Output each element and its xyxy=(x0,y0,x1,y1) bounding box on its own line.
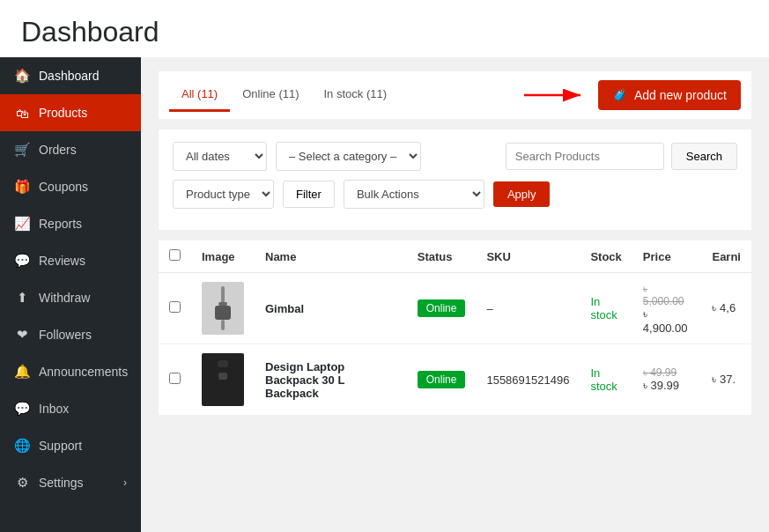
row-checkbox[interactable] xyxy=(169,373,181,384)
search-products-input[interactable] xyxy=(506,143,664,170)
in-stock-label: Instock xyxy=(590,366,617,393)
followers-icon: ❤ xyxy=(14,327,30,343)
product-image-cell xyxy=(191,344,255,416)
row-checkbox-cell xyxy=(159,344,191,416)
inbox-icon: 💬 xyxy=(14,401,30,417)
svg-rect-2 xyxy=(221,286,225,304)
add-product-button[interactable]: 🧳 Add new product xyxy=(598,80,741,110)
dashboard-icon: 🏠 xyxy=(14,68,30,84)
products-icon: 🛍 xyxy=(14,105,30,121)
sidebar-label-support: Support xyxy=(39,439,82,453)
sidebar-label-products: Products xyxy=(39,106,87,120)
announcements-icon: 🔔 xyxy=(14,364,30,380)
earnings-column-header: Earni xyxy=(701,240,751,273)
price-current: ৳ 4,900.00 xyxy=(643,307,691,335)
product-earnings-cell: ৳ 37. xyxy=(701,344,751,416)
row-checkbox-cell xyxy=(159,273,191,344)
svg-rect-3 xyxy=(218,302,227,306)
sidebar-label-coupons: Coupons xyxy=(39,180,88,194)
coupons-icon: 🎁 xyxy=(14,179,30,195)
products-table: Image Name Status SKU Stock Price Earni xyxy=(159,240,751,416)
status-badge: Online xyxy=(418,299,466,317)
arrow-annotation xyxy=(521,85,591,106)
product-status-cell: Online xyxy=(407,273,477,344)
product-name-cell: Gimbal xyxy=(255,273,407,344)
sidebar-item-reviews[interactable]: 💬 Reviews xyxy=(0,242,141,279)
sidebar-item-support[interactable]: 🌐 Support xyxy=(0,427,141,464)
search-area: Search xyxy=(506,143,737,170)
withdraw-icon: ⬆ xyxy=(14,290,30,306)
sidebar-label-withdraw: Withdraw xyxy=(39,291,90,305)
product-status-cell: Online xyxy=(407,344,477,416)
date-filter-select[interactable]: All dates This month Last month xyxy=(173,142,267,171)
sidebar-label-reviews: Reviews xyxy=(39,254,85,268)
sidebar-item-products[interactable]: 🛍 Products xyxy=(0,94,141,131)
filter-row-2: Product type Simple Variable Filter Bulk… xyxy=(173,180,737,209)
price-original: ৳ 5,000.00 xyxy=(643,283,691,307)
sku-column-header: SKU xyxy=(476,240,580,273)
tab-instock[interactable]: In stock (11) xyxy=(312,78,400,112)
sidebar-item-announcements[interactable]: 🔔 Announcements xyxy=(0,353,141,390)
sidebar-label-dashboard: Dashboard xyxy=(39,69,100,83)
sidebar-label-reports: Reports xyxy=(39,217,82,231)
sidebar-label-followers: Followers xyxy=(39,328,92,342)
sidebar-item-dashboard[interactable]: 🏠 Dashboard xyxy=(0,57,141,94)
orders-icon: 🛒 xyxy=(14,142,30,158)
reports-icon: 📈 xyxy=(14,216,30,232)
chevron-right-icon: › xyxy=(123,477,127,489)
sidebar-item-reports[interactable]: 📈 Reports xyxy=(0,205,141,242)
filter-button[interactable]: Filter xyxy=(283,181,335,208)
sidebar-item-inbox[interactable]: 💬 Inbox xyxy=(0,390,141,427)
product-price-cell: ৳ 49.99 ৳ 39.99 xyxy=(632,344,702,416)
main-content: All (11) Online (11) In stock (11) 🧳 Ad xyxy=(141,57,769,532)
product-name-cell: Design Laptop Backpack 30 L Backpack xyxy=(255,344,407,416)
filter-row-1: All dates This month Last month – Select… xyxy=(173,142,737,171)
status-badge: Online xyxy=(418,371,466,388)
price-column-header: Price xyxy=(632,240,702,273)
stock-column-header: Stock xyxy=(580,240,632,273)
product-type-select[interactable]: Product type Simple Variable xyxy=(173,180,274,209)
sidebar-item-orders[interactable]: 🛒 Orders xyxy=(0,131,141,168)
support-icon: 🌐 xyxy=(14,438,30,454)
sidebar-label-announcements: Announcements xyxy=(39,365,128,379)
row-checkbox[interactable] xyxy=(169,301,181,313)
product-sku-cell: 1558691521496 xyxy=(476,344,580,416)
category-filter-select[interactable]: – Select a category – xyxy=(276,142,421,171)
product-price-cell: ৳ 5,000.00 ৳ 4,900.00 xyxy=(632,273,702,344)
product-name: Gimbal xyxy=(265,302,304,315)
product-tabs: All (11) Online (11) In stock (11) xyxy=(169,78,399,112)
apply-button[interactable]: Apply xyxy=(493,181,551,207)
product-image xyxy=(202,353,244,406)
sidebar-item-followers[interactable]: ❤ Followers xyxy=(0,316,141,353)
sidebar-item-coupons[interactable]: 🎁 Coupons xyxy=(0,168,141,205)
sidebar-label-inbox: Inbox xyxy=(39,402,69,416)
svg-rect-4 xyxy=(215,306,231,320)
settings-icon: ⚙ xyxy=(14,475,30,491)
product-name: Design Laptop Backpack 30 L Backpack xyxy=(265,360,344,400)
table-row: Design Laptop Backpack 30 L Backpack Onl… xyxy=(159,344,751,416)
in-stock-label: Instock xyxy=(590,295,617,321)
backpack-svg xyxy=(209,358,237,401)
tab-all[interactable]: All (11) xyxy=(169,78,230,112)
price-original: ৳ 49.99 xyxy=(643,366,691,379)
product-image xyxy=(202,282,244,335)
name-column-header: Name xyxy=(255,240,407,273)
table-row: Gimbal Online – Instock ৳ 5,000.00 ৳ 4,9… xyxy=(159,273,751,344)
filters-area: All dates This month Last month – Select… xyxy=(159,129,751,230)
select-all-header xyxy=(159,240,191,273)
select-all-checkbox[interactable] xyxy=(169,249,181,261)
tab-online[interactable]: Online (11) xyxy=(230,78,311,112)
sidebar-item-settings[interactable]: ⚙ Settings › xyxy=(0,464,141,501)
product-sku-cell: – xyxy=(476,273,580,344)
search-button[interactable]: Search xyxy=(671,143,737,170)
status-column-header: Status xyxy=(407,240,477,273)
bulk-actions-select[interactable]: Bulk Actions Delete xyxy=(344,180,484,209)
sidebar: 🏠 Dashboard 🛍 Products 🛒 Orders 🎁 Coupon… xyxy=(0,57,141,532)
svg-rect-5 xyxy=(221,320,225,330)
sidebar-item-withdraw[interactable]: ⬆ Withdraw xyxy=(0,279,141,316)
reviews-icon: 💬 xyxy=(14,253,30,269)
sidebar-label-orders: Orders xyxy=(39,143,77,157)
price-current: ৳ 39.99 xyxy=(643,379,691,393)
briefcase-icon: 🧳 xyxy=(612,88,627,102)
tab-bar: All (11) Online (11) In stock (11) 🧳 Ad xyxy=(159,71,751,119)
